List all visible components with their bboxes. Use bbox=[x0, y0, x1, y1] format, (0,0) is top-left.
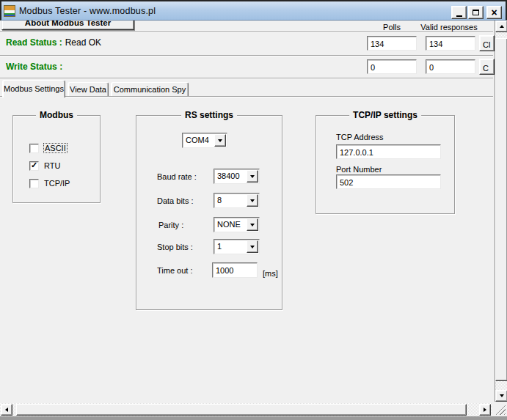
data-bits-dropdown-button[interactable] bbox=[247, 194, 258, 207]
vertical-scrollbar[interactable] bbox=[495, 21, 507, 402]
baud-rate-dropdown-button[interactable] bbox=[247, 170, 258, 183]
checkbox-row-tcpip[interactable]: ✓ TCP/IP bbox=[29, 178, 70, 188]
timeout-unit-label: [ms] bbox=[263, 269, 278, 278]
read-polls-field[interactable] bbox=[367, 36, 417, 51]
read-status-value: Read OK bbox=[65, 37, 101, 48]
write-valid-responses-field[interactable] bbox=[426, 59, 475, 74]
baud-rate-value[interactable]: 38400 bbox=[214, 169, 246, 183]
chevron-down-icon bbox=[250, 199, 255, 202]
modbus-group-title: Modbus bbox=[36, 110, 77, 120]
parity-value[interactable]: NONE bbox=[214, 218, 246, 232]
rtu-checkbox-label: RTU bbox=[44, 161, 60, 170]
tcp-address-field[interactable] bbox=[336, 144, 441, 159]
data-bits-label: Data bits : bbox=[157, 196, 194, 205]
separator bbox=[0, 78, 493, 79]
scroll-up-button[interactable] bbox=[495, 21, 507, 32]
ascii-checkbox-label: ASCII bbox=[44, 144, 67, 152]
stop-bits-dropdown-button[interactable] bbox=[247, 240, 258, 253]
stop-bits-value[interactable]: 1 bbox=[214, 240, 246, 254]
baud-rate-label: Baud rate : bbox=[157, 172, 197, 181]
vertical-scrollbar-thumb[interactable] bbox=[495, 38, 507, 381]
scroll-left-button[interactable] bbox=[1, 404, 12, 416]
window-controls: × bbox=[451, 6, 502, 19]
baud-rate-combobox[interactable]: 38400 bbox=[214, 169, 260, 184]
checkbox-row-rtu[interactable]: ✓ RTU bbox=[29, 161, 60, 171]
data-bits-combobox[interactable]: 8 bbox=[214, 193, 260, 208]
checkbox-row-ascii[interactable]: ✓ ASCII bbox=[29, 143, 67, 153]
tcpip-settings-groupbox: TCP/IP settings TCP Address Port Number bbox=[315, 115, 455, 214]
rtu-checkbox[interactable]: ✓ bbox=[29, 161, 39, 171]
rs-settings-group-title: RS settings bbox=[181, 110, 237, 120]
window-title: Modbus Tester - www.modbus.pl bbox=[19, 6, 156, 16]
write-status-label: Write Status : bbox=[6, 62, 62, 72]
port-number-field[interactable] bbox=[336, 174, 441, 189]
parity-dropdown-button[interactable] bbox=[247, 218, 258, 231]
read-valid-responses-field[interactable] bbox=[426, 36, 475, 51]
tcpip-checkbox-label: TCP/IP bbox=[44, 179, 70, 188]
tcp-address-label: TCP Address bbox=[336, 133, 384, 141]
scrollbar-corner bbox=[492, 402, 507, 416]
scroll-left-icon bbox=[5, 408, 8, 412]
port-number-label: Port Number bbox=[336, 165, 382, 174]
scroll-down-button[interactable] bbox=[495, 390, 507, 402]
write-clear-button[interactable]: C bbox=[479, 59, 495, 75]
parity-combobox[interactable]: NONE bbox=[214, 217, 260, 232]
com-port-value[interactable]: COM4 bbox=[183, 133, 214, 147]
chevron-down-icon bbox=[218, 139, 222, 142]
close-icon: × bbox=[491, 9, 497, 16]
window-bottom-edge bbox=[0, 416, 507, 420]
tab-modbus-settings[interactable]: Modbus Settings bbox=[2, 80, 65, 97]
chevron-down-icon bbox=[250, 224, 255, 226]
minimize-button[interactable] bbox=[451, 6, 467, 19]
read-status-row: Read Status :Read OK bbox=[6, 37, 101, 48]
scroll-right-button[interactable] bbox=[479, 404, 491, 416]
scroll-down-icon bbox=[500, 394, 504, 397]
scroll-up-icon bbox=[500, 25, 504, 28]
write-status-row: Write Status : bbox=[6, 62, 65, 72]
horizontal-scrollbar-thumb[interactable] bbox=[16, 404, 467, 416]
chevron-down-icon bbox=[250, 175, 255, 178]
modbus-tester-window: Modbus Tester - www.modbus.pl × About Mo… bbox=[0, 0, 507, 420]
data-bits-value[interactable]: 8 bbox=[214, 194, 246, 207]
ascii-checkbox[interactable]: ✓ bbox=[29, 144, 39, 153]
titlebar: Modbus Tester - www.modbus.pl × bbox=[0, 0, 507, 21]
write-polls-field[interactable] bbox=[367, 59, 417, 74]
maximize-icon bbox=[473, 10, 479, 15]
checkmark-icon: ✓ bbox=[31, 161, 37, 170]
polls-column-label: Polls bbox=[367, 23, 417, 32]
tcpip-settings-group-title: TCP/IP settings bbox=[349, 110, 421, 120]
tab-view-data[interactable]: View Data bbox=[68, 82, 109, 96]
chevron-down-icon bbox=[250, 246, 255, 248]
timeout-label: Time out : bbox=[157, 266, 193, 275]
maximize-button[interactable] bbox=[468, 6, 484, 19]
tcpip-checkbox[interactable]: ✓ bbox=[29, 179, 39, 188]
resize-grip[interactable] bbox=[495, 405, 506, 415]
timeout-field[interactable] bbox=[212, 262, 258, 278]
com-port-combobox[interactable]: COM4 bbox=[182, 133, 227, 148]
scroll-right-icon bbox=[484, 408, 486, 412]
stop-bits-label: Stop bits : bbox=[157, 243, 193, 251]
rs-settings-groupbox: RS settings COM4 Baud rate : 38400 Data … bbox=[136, 115, 282, 310]
tab-communication-spy[interactable]: Communication Spy bbox=[111, 82, 189, 96]
stop-bits-combobox[interactable]: 1 bbox=[214, 239, 260, 254]
separator bbox=[0, 55, 493, 56]
read-clear-button[interactable]: Cl bbox=[479, 35, 495, 51]
app-icon[interactable] bbox=[4, 5, 15, 17]
horizontal-scrollbar[interactable] bbox=[0, 403, 492, 416]
tab-baseline bbox=[0, 96, 493, 97]
valid-responses-column-label: Valid responses bbox=[417, 23, 481, 32]
read-status-label: Read Status : bbox=[6, 37, 62, 48]
minimize-icon bbox=[456, 15, 462, 17]
close-button[interactable]: × bbox=[486, 6, 502, 19]
modbus-groupbox: Modbus ✓ ASCII ✓ RTU ✓ TCP/IP bbox=[12, 115, 101, 203]
parity-label: Parity : bbox=[158, 221, 183, 229]
com-port-dropdown-button[interactable] bbox=[214, 134, 226, 147]
separator bbox=[0, 32, 493, 33]
